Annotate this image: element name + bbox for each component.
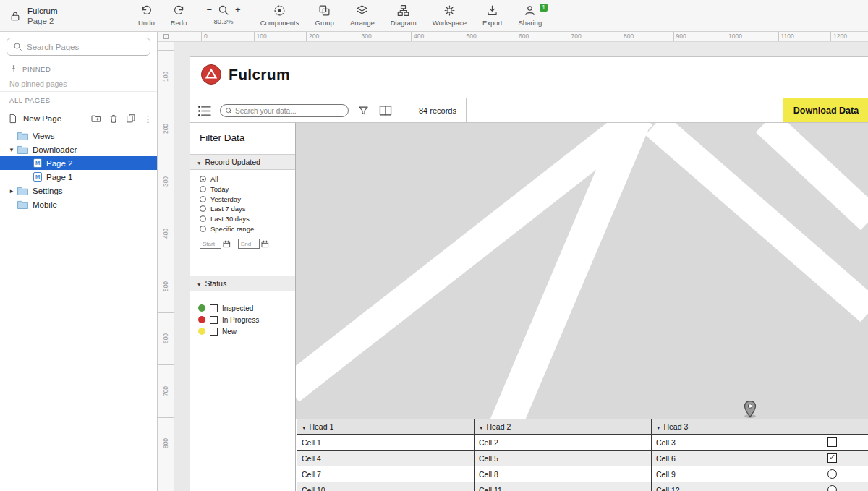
map-widget[interactable] — [296, 123, 868, 419]
sidebar-item-settings[interactable]: Settings — [0, 184, 157, 197]
table-header-cell[interactable]: Head 1 — [297, 419, 475, 434]
folder-icon — [17, 145, 28, 154]
list-view-icon[interactable] — [197, 104, 211, 118]
status-dot-green — [198, 304, 205, 312]
mockup-logo[interactable]: Fulcrum — [200, 64, 290, 85]
vertical-ruler: 100200300400500600700800 — [158, 42, 174, 491]
table-row[interactable]: Cell 1 Cell 2 Cell 3 — [297, 435, 868, 451]
filter-radio-option[interactable]: Specific range — [200, 223, 254, 234]
data-table-widget[interactable]: Head 1 Head 2 Head 3 Cell 1 — [297, 419, 868, 491]
new-page-row[interactable]: New Page — [0, 108, 157, 129]
mockup-search-input[interactable] — [235, 106, 342, 116]
fulcrum-logo-icon — [200, 64, 222, 85]
filter-radio-option[interactable]: Last 7 days — [200, 204, 254, 214]
new-page-label: New Page — [23, 114, 86, 123]
sidebar-item-views[interactable]: Views — [0, 129, 157, 142]
mockup-page-canvas[interactable]: Fulcrum — [190, 56, 868, 491]
workarea: 0100200300400500600700800900100011001200… — [158, 32, 868, 491]
end-date-input[interactable] — [238, 239, 260, 249]
download-data-button[interactable]: Download Data — [783, 98, 868, 122]
redo-button[interactable]: Redo — [163, 4, 195, 27]
sidebar-item-page-2[interactable]: M Page 2 — [0, 156, 157, 170]
map-pin-icon[interactable] — [743, 400, 757, 419]
radio-button[interactable]: ● — [200, 176, 206, 182]
radio-button[interactable] — [200, 186, 206, 192]
chevron-right-icon[interactable] — [6, 187, 17, 195]
zoom-level[interactable]: 80.3% — [214, 17, 234, 25]
sidebar-item-downloader[interactable]: Downloader — [0, 142, 157, 156]
record-updated-section-header[interactable]: Record Updated — [190, 154, 295, 170]
table-header-cell[interactable]: Head 3 — [652, 419, 796, 434]
duplicate-icon[interactable] — [126, 114, 136, 124]
moqups-app: Fulcrum Page 2 Undo Redo − — [0, 0, 868, 491]
radio-button[interactable] — [200, 205, 206, 212]
calendar-icon[interactable] — [261, 240, 269, 248]
status-checkbox[interactable] — [210, 328, 218, 336]
components-button[interactable]: Components — [252, 4, 307, 27]
filter-radio-option[interactable]: Last 30 days — [200, 214, 254, 224]
filter-panel-title: Filter Data — [200, 132, 244, 143]
trash-icon[interactable] — [109, 114, 119, 124]
mockup-search-field[interactable] — [220, 104, 349, 117]
table-header-cell — [796, 419, 868, 434]
more-options-icon[interactable] — [143, 114, 149, 124]
status-checkbox[interactable] — [210, 304, 218, 312]
status-filter-options: Inspected In Progress New — [198, 302, 259, 337]
diagram-button[interactable]: Diagram — [383, 4, 425, 27]
sharing-button[interactable]: Sharing 1 — [510, 4, 550, 27]
map-road — [296, 123, 652, 401]
table-row[interactable]: Cell 4 Cell 5 Cell 6 — [297, 451, 868, 466]
table-row[interactable]: Cell 10 Cell 11 Cell 12 — [297, 482, 868, 491]
export-button[interactable]: Export — [475, 4, 510, 27]
row-checkbox-checked[interactable] — [827, 453, 837, 463]
mockup-page-icon: M — [33, 158, 42, 168]
design-canvas[interactable]: Fulcrum — [174, 42, 868, 491]
status-option-new[interactable]: New — [198, 325, 259, 337]
mockup-logo-text: Fulcrum — [229, 66, 290, 83]
no-pinned-pages-text: No pinned pages — [0, 77, 157, 92]
row-checkbox-unchecked[interactable] — [827, 437, 837, 447]
filter-radio-option[interactable]: Yesterday — [200, 194, 254, 204]
filter-funnel-icon[interactable] — [358, 105, 369, 116]
calendar-icon[interactable] — [223, 240, 231, 248]
table-header-row: Head 1 Head 2 Head 3 — [297, 419, 868, 435]
table-cell: Cell 8 — [475, 466, 652, 482]
radio-button[interactable] — [200, 226, 206, 232]
zoom-in-button[interactable]: + — [235, 4, 241, 16]
status-option-inspected[interactable]: Inspected — [198, 302, 259, 314]
horizontal-ruler: 0100200300400500600700800900100011001200 — [174, 32, 868, 42]
status-checkbox[interactable] — [210, 316, 218, 324]
radio-button[interactable] — [200, 215, 206, 222]
page-icon — [8, 114, 18, 124]
folder-icon — [17, 200, 28, 209]
status-option-in-progress[interactable]: In Progress — [198, 314, 259, 325]
sidebar-item-page-1[interactable]: M Page 1 — [0, 170, 157, 184]
chevron-down-icon[interactable] — [6, 146, 17, 153]
pin-icon — [9, 64, 18, 73]
sidebar-item-mobile[interactable]: Mobile — [0, 197, 157, 211]
zoom-magnifier-icon[interactable] — [218, 4, 229, 16]
search-pages-input[interactable] — [7, 38, 150, 56]
arrange-button[interactable]: Arrange — [342, 4, 383, 27]
group-button[interactable]: Group — [307, 4, 342, 27]
add-folder-icon[interactable] — [91, 114, 101, 124]
table-row[interactable]: Cell 7 Cell 8 Cell 9 — [297, 466, 868, 482]
row-radio-unchecked[interactable] — [827, 485, 837, 491]
filter-radio-option[interactable]: Today — [200, 184, 254, 195]
zoom-out-button[interactable]: − — [206, 4, 212, 16]
lock-icon[interactable] — [9, 10, 21, 22]
sort-caret-icon — [479, 422, 483, 431]
row-radio-unchecked[interactable] — [827, 469, 837, 479]
undo-button[interactable]: Undo — [130, 4, 163, 27]
folder-icon — [17, 187, 28, 195]
filter-radio-option[interactable]: ● All — [200, 174, 254, 184]
columns-icon[interactable] — [379, 105, 392, 116]
status-section-header[interactable]: Status — [190, 276, 295, 291]
table-header-cell[interactable]: Head 2 — [475, 419, 652, 434]
workspace-button[interactable]: Workspace — [425, 4, 475, 27]
radio-button[interactable] — [200, 196, 206, 202]
start-date-input[interactable] — [200, 239, 221, 249]
table-cell: Cell 11 — [475, 482, 652, 491]
table-cell: Cell 10 — [297, 482, 475, 491]
filter-panel[interactable]: Filter Data Record Updated ● All — [190, 123, 296, 491]
